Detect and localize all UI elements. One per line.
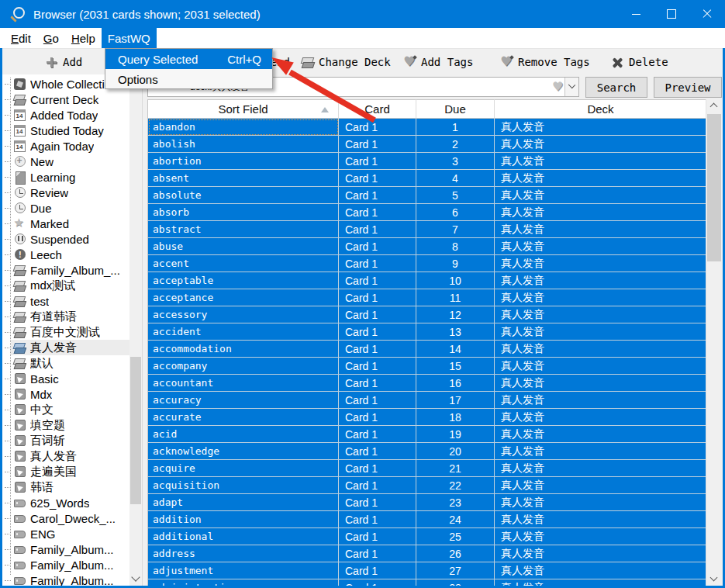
sidebar-item[interactable]: Carol_Dweck_... bbox=[11, 510, 129, 526]
table-row[interactable]: acceptable Card 1 10 真人发音 bbox=[148, 272, 706, 289]
sidebar-item[interactable]: Current Deck bbox=[11, 92, 129, 107]
toolbar-button[interactable]: Change Deck bbox=[301, 49, 391, 75]
sidebar-item[interactable]: Family_Album_... bbox=[11, 262, 129, 278]
sidebar-item[interactable]: 默认 bbox=[11, 355, 129, 371]
cell-deck: 真人发音 bbox=[495, 221, 706, 238]
table-row[interactable]: abortion Card 1 3 真人发音 bbox=[148, 153, 706, 170]
table-row[interactable]: acquisition Card 1 22 真人发音 bbox=[148, 477, 706, 494]
table-row[interactable]: accuracy Card 1 17 真人发音 bbox=[148, 392, 706, 409]
favorite-heart-icon[interactable]: ♥ bbox=[552, 79, 563, 94]
sidebar-item[interactable]: 真人发音 bbox=[11, 448, 129, 464]
chevron-up-icon bbox=[710, 103, 718, 111]
table-row[interactable]: address Card 1 26 真人发音 bbox=[148, 545, 706, 562]
table-row[interactable]: abstract Card 1 7 真人发音 bbox=[148, 221, 706, 238]
table-row[interactable]: acknowledge Card 1 20 真人发音 bbox=[148, 443, 706, 460]
sidebar-item[interactable]: 走遍美国 bbox=[11, 464, 129, 479]
menu-item[interactable]: Options bbox=[105, 69, 272, 89]
sidebar-splitter[interactable] bbox=[142, 74, 147, 586]
menu-item[interactable]: Query Selected Ctrl+Q bbox=[105, 49, 272, 69]
table-row[interactable]: absent Card 1 4 真人发音 bbox=[148, 170, 706, 187]
sidebar-item[interactable]: Family_Album... bbox=[11, 557, 129, 572]
cell-card: Card 1 bbox=[339, 460, 416, 477]
minimize-button[interactable] bbox=[618, 0, 654, 28]
maximize-button[interactable] bbox=[654, 0, 689, 28]
sidebar-scrollbar[interactable] bbox=[129, 74, 142, 586]
cell-sort-field: abuse bbox=[148, 238, 339, 255]
toolbar-button[interactable]: Add bbox=[45, 49, 82, 75]
table-row[interactable]: administration Card 1 28 真人发音 bbox=[148, 579, 706, 586]
table-row[interactable]: adapt Card 1 23 真人发音 bbox=[148, 494, 706, 511]
sidebar-item[interactable]: Again Today bbox=[11, 138, 129, 154]
preview-button[interactable]: Preview bbox=[654, 77, 722, 98]
sidebar-item[interactable]: 韩语 bbox=[11, 479, 129, 495]
sidebar-item[interactable]: Marked bbox=[11, 216, 129, 231]
sidebar-item[interactable]: 填空题 bbox=[11, 417, 129, 433]
sidebar-item[interactable]: 有道韩语 bbox=[11, 309, 129, 324]
table-row[interactable]: acid Card 1 19 真人发音 bbox=[148, 426, 706, 443]
menubar-item[interactable]: Go bbox=[37, 28, 65, 48]
sidebar-item[interactable]: Due bbox=[11, 200, 129, 216]
sidebar-item[interactable]: test bbox=[11, 293, 129, 309]
toolbar-button[interactable]: Remove Tags bbox=[500, 49, 590, 75]
table-row[interactable]: addition Card 1 24 真人发音 bbox=[148, 511, 706, 528]
sidebar-item[interactable]: Learning bbox=[11, 169, 129, 185]
sidebar-item[interactable]: New bbox=[11, 154, 129, 169]
column-header[interactable]: Card bbox=[339, 99, 416, 119]
menubar-item[interactable]: FastWQ bbox=[102, 28, 157, 48]
table-row[interactable]: absolute Card 1 5 真人发音 bbox=[148, 187, 706, 204]
table-scrollbar[interactable] bbox=[706, 99, 722, 586]
scrollbar-thumb[interactable] bbox=[130, 357, 141, 504]
table-row[interactable]: acquire Card 1 21 真人发音 bbox=[148, 460, 706, 477]
sidebar-item[interactable]: 中文 bbox=[11, 402, 129, 417]
sidebar-item[interactable]: Suspended bbox=[11, 231, 129, 247]
table-row[interactable]: accompany Card 1 15 真人发音 bbox=[148, 358, 706, 375]
sidebar-item[interactable]: Mdx bbox=[11, 386, 129, 402]
toolbar-button[interactable]: Delete bbox=[611, 49, 668, 75]
table-row[interactable]: acceptance Card 1 11 真人发音 bbox=[148, 289, 706, 306]
cell-deck: 真人发音 bbox=[495, 341, 706, 358]
table-row[interactable]: accident Card 1 13 真人发音 bbox=[148, 323, 706, 341]
sidebar-item[interactable]: 百度中文测试 bbox=[11, 324, 129, 340]
search-history-dropdown[interactable] bbox=[564, 78, 578, 96]
sidebar-item[interactable]: Family_Album... bbox=[11, 572, 129, 586]
scroll-down-button[interactable] bbox=[706, 572, 722, 586]
table-row[interactable]: abandon Card 1 1 真人发音 bbox=[148, 119, 706, 136]
sidebar-item[interactable]: Basic bbox=[11, 371, 129, 386]
column-header[interactable]: Deck bbox=[495, 99, 706, 119]
search-button[interactable]: Search bbox=[585, 77, 647, 98]
table-row[interactable]: abuse Card 1 8 真人发音 bbox=[148, 238, 706, 255]
menubar-item[interactable]: Edit bbox=[5, 28, 37, 48]
toolbar-button[interactable]: Add Tags bbox=[403, 49, 473, 75]
scrollbar-thumb[interactable] bbox=[707, 114, 721, 261]
sidebar-item[interactable]: ENG bbox=[11, 526, 129, 541]
model-icon bbox=[13, 388, 26, 401]
table-row[interactable]: accountant Card 1 16 真人发音 bbox=[148, 375, 706, 392]
sidebar-item[interactable]: Leech bbox=[11, 247, 129, 262]
cell-card: Card 1 bbox=[339, 358, 416, 375]
table-row[interactable]: accessory Card 1 12 真人发音 bbox=[148, 306, 706, 323]
scroll-up-button[interactable] bbox=[706, 99, 722, 112]
sidebar-item[interactable]: 百词斩 bbox=[11, 433, 129, 448]
sidebar-item[interactable]: Added Today bbox=[11, 107, 129, 123]
table-row[interactable]: additional Card 1 25 真人发音 bbox=[148, 528, 706, 545]
scroll-down-icon[interactable] bbox=[131, 572, 140, 581]
close-button[interactable] bbox=[689, 0, 725, 28]
table-row[interactable]: adjustment Card 1 27 真人发音 bbox=[148, 562, 706, 579]
fastwq-menu: Query Selected Ctrl+Q Options bbox=[105, 48, 273, 89]
table-row[interactable]: accommodation Card 1 14 真人发音 bbox=[148, 341, 706, 358]
window-controls bbox=[618, 0, 725, 28]
sidebar-item[interactable]: Review bbox=[11, 185, 129, 200]
sidebar-item[interactable]: Studied Today bbox=[11, 123, 129, 138]
cell-card: Card 1 bbox=[339, 494, 416, 511]
sidebar-item[interactable]: Family_Album... bbox=[11, 541, 129, 557]
table-row[interactable]: accent Card 1 9 真人发音 bbox=[148, 255, 706, 272]
table-row[interactable]: absorb Card 1 6 真人发音 bbox=[148, 204, 706, 221]
menubar-item[interactable]: Help bbox=[65, 28, 102, 48]
sidebar-item[interactable]: 625_Words bbox=[11, 495, 129, 510]
table-row[interactable]: accurate Card 1 18 真人发音 bbox=[148, 409, 706, 426]
column-header[interactable]: Due bbox=[416, 99, 495, 119]
sidebar-item[interactable]: mdx测试 bbox=[11, 278, 129, 293]
column-header[interactable]: Sort Field bbox=[148, 99, 339, 119]
sidebar-item[interactable]: 真人发音 bbox=[11, 340, 129, 355]
table-row[interactable]: abolish Card 1 2 真人发音 bbox=[148, 136, 706, 153]
